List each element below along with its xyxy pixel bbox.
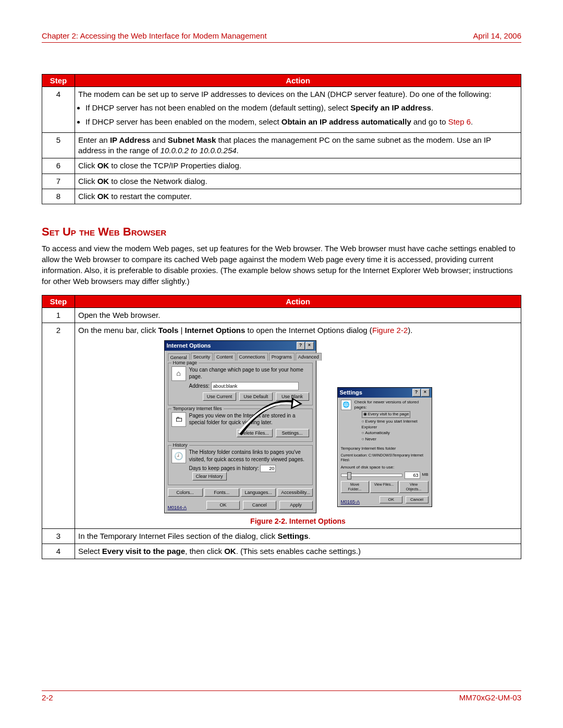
- doc-id: MM70xG2-UM-03: [459, 693, 521, 702]
- cancel-button[interactable]: Cancel: [243, 501, 276, 509]
- section-heading: Set Up the Web Browser: [42, 225, 521, 239]
- use-current-button[interactable]: Use Current: [203, 392, 236, 401]
- dialog-title: Internet Options: [167, 342, 211, 350]
- step-action: The modem can be set up to serve IP addr…: [75, 87, 521, 133]
- table-row: 1 Open the Web browser.: [42, 308, 521, 323]
- step-table-2: Step Action 1 Open the Web browser. 2 On…: [42, 295, 521, 559]
- help-icon[interactable]: ?: [297, 342, 305, 350]
- address-field[interactable]: about:blank: [211, 382, 299, 390]
- radio-every-visit[interactable]: Every visit to the page: [362, 411, 411, 418]
- delete-files-button[interactable]: Delete Files...: [237, 429, 273, 437]
- col-step: Step: [42, 75, 75, 87]
- table-row: 5 Enter an IP Address and Subnet Mask th…: [42, 132, 521, 158]
- step-num: 4: [42, 87, 75, 133]
- radio-automatic[interactable]: Automatically: [362, 430, 429, 436]
- tab-programs[interactable]: Programs: [269, 353, 295, 361]
- figure-screenshot: Internet Options ? × General Security Co…: [78, 340, 518, 513]
- figure-row: Internet Options ? × General Security Co…: [42, 338, 521, 529]
- help-icon[interactable]: ?: [412, 389, 421, 397]
- home-icon: ⌂: [172, 366, 186, 381]
- table-row: 4 The modem can be set up to serve IP ad…: [42, 87, 521, 133]
- table-row: 7 Click OK to close the Network dialog.: [42, 174, 521, 189]
- homepage-group: Home page ⌂ You can change which page to…: [168, 363, 313, 405]
- ok-button[interactable]: OK: [380, 496, 402, 504]
- close-icon[interactable]: ×: [305, 342, 314, 350]
- accessibility-button[interactable]: Accessibility...: [277, 488, 312, 497]
- step-table-1: Step Action 4 The modem can be set up to…: [42, 74, 521, 204]
- table-row: 8 Click OK to restart the computer.: [42, 189, 521, 204]
- radio-every-start[interactable]: Every time you start Internet Explorer: [362, 419, 429, 430]
- fonts-button[interactable]: Fonts...: [204, 488, 239, 497]
- radio-never[interactable]: Never: [362, 437, 429, 442]
- tempfiles-group: Temporary Internet files 🗀 Pages you vie…: [168, 409, 313, 442]
- figure-2-2-link[interactable]: Figure 2-2: [372, 326, 408, 335]
- close-icon[interactable]: ×: [421, 389, 430, 397]
- use-default-button[interactable]: Use Default: [239, 392, 273, 401]
- figure-id: M0164-A: [168, 504, 187, 511]
- tab-connections[interactable]: Connections: [237, 353, 268, 361]
- page-footer: 2-2 MM70xG2-UM-03: [42, 690, 521, 702]
- move-folder-button[interactable]: Move Folder...: [341, 481, 369, 493]
- view-objects-button[interactable]: View Objects...: [399, 481, 429, 493]
- diskspace-slider[interactable]: [341, 474, 402, 477]
- tempfiles-icon: 🗀: [172, 412, 186, 427]
- dialog-title: Settings: [340, 389, 362, 397]
- settings-button[interactable]: Settings...: [276, 429, 309, 437]
- tab-advanced[interactable]: Advanced: [296, 353, 322, 361]
- clear-history-button[interactable]: Clear History: [192, 472, 227, 480]
- apply-button[interactable]: Apply: [279, 501, 313, 509]
- ok-button[interactable]: OK: [206, 501, 240, 509]
- page-number: 2-2: [42, 693, 53, 702]
- settings-dialog: Settings ? × 🌐 Check for newer versions …: [337, 387, 432, 508]
- tab-content[interactable]: Content: [214, 353, 236, 361]
- view-files-button[interactable]: View Files...: [370, 481, 398, 493]
- step-num: 5: [42, 132, 75, 158]
- chapter-title: Chapter 2: Accessing the Web Interface f…: [42, 31, 267, 40]
- section-paragraph: To access and view the modem Web pages, …: [42, 243, 521, 287]
- table-row: 3 In the Temporary Internet Files sectio…: [42, 528, 521, 544]
- cancel-button[interactable]: Cancel: [406, 496, 429, 504]
- step-action: Enter an IP Address and Subnet Mask that…: [75, 132, 521, 158]
- table-row: 6 Click OK to close the TCP/IP Propertie…: [42, 158, 521, 174]
- diskspace-value[interactable]: 63: [405, 472, 420, 479]
- days-stepper[interactable]: 20: [260, 465, 276, 472]
- languages-button[interactable]: Languages...: [241, 488, 276, 497]
- internet-options-dialog: Internet Options ? × General Security Co…: [164, 340, 316, 513]
- figure-caption: Figure 2-2. Internet Options: [78, 516, 518, 526]
- header-date: April 14, 2006: [473, 31, 521, 40]
- step6-link[interactable]: Step 6: [448, 117, 471, 126]
- figure-id: M0165-A: [341, 499, 360, 505]
- col-action: Action: [75, 75, 521, 87]
- history-icon: 🕘: [172, 449, 186, 463]
- history-group: History 🕘 The History folder contains li…: [168, 445, 313, 485]
- table-row: 2 On the menu bar, click Tools | Interne…: [42, 323, 521, 338]
- use-blank-button[interactable]: Use Blank: [276, 392, 309, 401]
- table-row: 4 Select Every visit to the page, then c…: [42, 544, 521, 559]
- globe-icon: 🌐: [341, 400, 351, 410]
- page-header: Chapter 2: Accessing the Web Interface f…: [42, 31, 521, 43]
- colors-button[interactable]: Colors...: [168, 488, 203, 497]
